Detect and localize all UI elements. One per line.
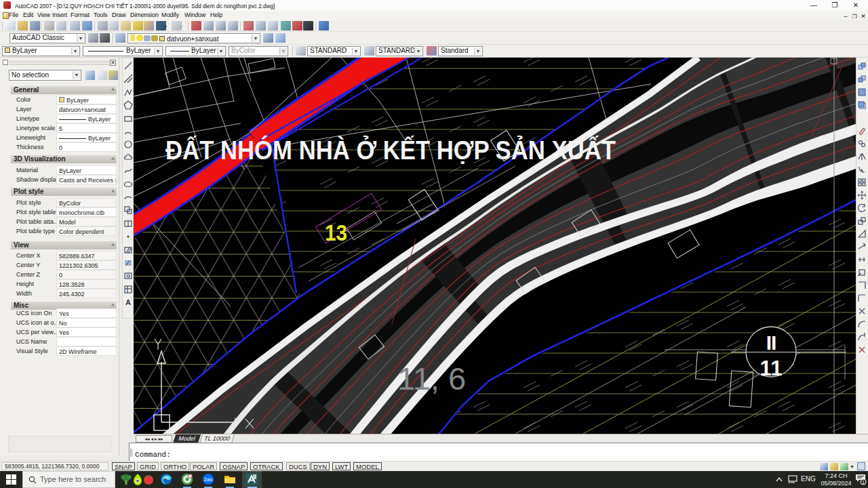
svg-text:11, 6: 11, 6 xyxy=(397,361,466,396)
svg-text:1: 1 xyxy=(862,480,865,485)
svg-text:A: A xyxy=(125,298,131,306)
svg-text:13: 13 xyxy=(325,220,347,245)
svg-text:ĐẤT NHÓM NHÀ Ở KẾT HỢP SẢN XUẤ: ĐẤT NHÓM NHÀ Ở KẾT HỢP SẢN XUẤT xyxy=(165,136,616,165)
svg-text:11: 11 xyxy=(760,357,783,380)
svg-text:II: II xyxy=(766,331,776,354)
svg-text:Zalo: Zalo xyxy=(204,477,213,482)
